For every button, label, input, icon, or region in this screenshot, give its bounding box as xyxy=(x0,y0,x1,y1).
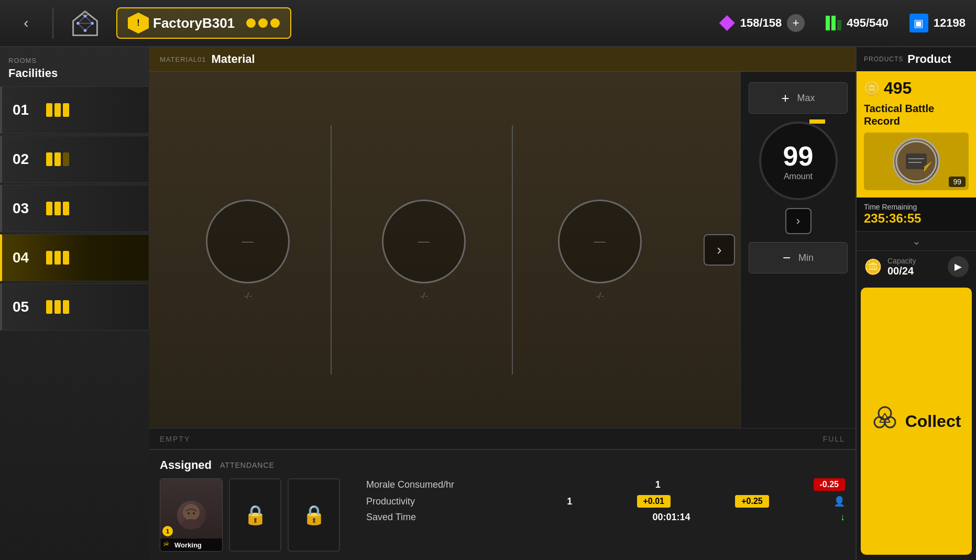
facility-item-05[interactable]: 05 xyxy=(0,283,149,331)
capacity-arrow-button[interactable]: ▶ xyxy=(948,256,969,277)
attendance-label: ATTENDANCE xyxy=(220,461,275,469)
facility-item-01[interactable]: 01 xyxy=(0,86,149,134)
back-button[interactable]: ‹ xyxy=(10,7,42,39)
svg-point-16 xyxy=(188,512,190,514)
amount-panel: + Max 99 Amount › − Min xyxy=(740,72,856,428)
bar xyxy=(63,152,69,166)
slots-nav-arrow[interactable]: › xyxy=(785,208,811,234)
slot-value-1: -/- xyxy=(244,291,251,301)
facility-number-02: 02 xyxy=(13,151,38,168)
morale-badge: -0.25 xyxy=(814,478,845,491)
factory-icon: ! xyxy=(128,13,149,34)
bar xyxy=(46,202,52,215)
header: ‹ ! FactoryB301 xyxy=(0,0,976,47)
amount-label: Amount xyxy=(784,172,813,181)
bar xyxy=(63,300,69,314)
lock-slot-2[interactable]: 🔒 xyxy=(229,478,281,552)
assigned-content: ✦ 1 ✂ Working 🔒 🔒 xyxy=(160,478,845,552)
collect-button[interactable]: Collect xyxy=(861,288,972,555)
amount-minus-button[interactable]: − Min xyxy=(749,242,848,273)
capacity-info: Capacity 00/24 xyxy=(887,257,942,277)
saved-time-stat-row: Saved Time 00:01:14 ↓ xyxy=(366,512,845,523)
bar xyxy=(46,251,52,265)
assigned-section: Assigned ATTENDANCE xyxy=(149,449,856,560)
facility-item-03[interactable]: 03 xyxy=(0,185,149,232)
battery-count: 495/540 xyxy=(847,16,889,30)
battery-resource: 495/540 xyxy=(826,16,889,30)
facility-item-02[interactable]: 02 xyxy=(0,136,149,183)
slot-value-3: -/- xyxy=(596,291,604,301)
products-label-small: PRODUCTS xyxy=(864,56,903,63)
facility-number-05: 05 xyxy=(13,299,38,315)
worker-status: ✂ Working xyxy=(160,539,222,551)
bar xyxy=(54,300,61,314)
facility-number-01: 01 xyxy=(13,102,38,118)
lock-icon-3: 🔒 xyxy=(302,504,326,526)
products-header: PRODUCTS Product xyxy=(857,47,976,71)
assigned-title: Assigned xyxy=(160,458,212,472)
energy-add-button[interactable]: + xyxy=(787,14,805,32)
bar xyxy=(54,251,61,265)
worker-level: 1 xyxy=(162,526,173,536)
currency-icon: ▣ xyxy=(909,14,928,32)
product-count: 495 xyxy=(884,79,912,98)
bar xyxy=(63,251,69,265)
product-image xyxy=(893,138,940,185)
lock-slot-3[interactable]: 🔒 xyxy=(288,478,340,552)
svg-point-11 xyxy=(76,21,80,25)
amount-plus-button[interactable]: + Max xyxy=(749,82,848,114)
currency-resource: ▣ 12198 xyxy=(909,14,966,32)
facility-bars-02 xyxy=(46,152,69,166)
scroll-down-arrow[interactable]: ⌄ xyxy=(857,232,976,250)
working-text: Working xyxy=(174,541,202,549)
svg-point-12 xyxy=(91,21,94,25)
home-button[interactable] xyxy=(64,5,106,41)
energy-icon xyxy=(719,15,735,31)
time-remaining-value: 235:36:55 xyxy=(864,211,969,226)
avatar-head xyxy=(177,501,206,530)
svg-rect-19 xyxy=(906,153,927,169)
svg-point-15 xyxy=(182,519,201,528)
bar xyxy=(46,103,52,117)
min-label: Min xyxy=(798,252,814,263)
slot-value-2: -/- xyxy=(420,291,427,301)
svg-line-7 xyxy=(78,23,85,30)
slots-right-arrow[interactable]: › xyxy=(704,234,735,266)
bar xyxy=(54,103,61,117)
currency-count: 12198 xyxy=(934,16,966,30)
factory-info: ! FactoryB301 xyxy=(116,7,291,39)
stack-icon: 🪙 xyxy=(864,81,880,96)
slot-1[interactable]: — -/- xyxy=(195,200,300,301)
product-name: Tactical Battle Record xyxy=(864,102,969,127)
products-sidebar: PRODUCTS Product 🪙 495 Tactical Battle R… xyxy=(856,47,976,560)
collect-label: Collect xyxy=(905,412,961,431)
full-label: FULL xyxy=(823,435,845,443)
productivity-icon: 👤 xyxy=(834,496,845,507)
worker-card-1[interactable]: ✦ 1 ✂ Working xyxy=(160,478,223,552)
bar xyxy=(54,202,61,215)
products-label-big: Product xyxy=(907,52,951,66)
svg-point-17 xyxy=(193,512,195,514)
slot-circle-2: — xyxy=(382,200,466,283)
dot-3 xyxy=(270,18,280,28)
time-remaining-label: Time Remaining xyxy=(864,203,969,211)
slot-3[interactable]: — -/- xyxy=(547,200,652,301)
capacity-value: 00/24 xyxy=(887,265,942,277)
amount-indicator xyxy=(809,119,825,124)
divider-left xyxy=(331,125,332,375)
battery-icon xyxy=(826,16,841,30)
dot-1 xyxy=(246,18,256,28)
slot-2[interactable]: — -/- xyxy=(371,200,476,301)
slot-circle-1: — xyxy=(206,200,290,283)
productivity-badge-2: +0.25 xyxy=(735,495,769,508)
slots-area: — -/- — -/- — -/- xyxy=(149,72,698,428)
factory-name: FactoryB301 xyxy=(153,15,235,31)
productivity-label: Productivity xyxy=(366,496,502,507)
bar xyxy=(46,152,52,166)
material-header: MATERIAL01 Material xyxy=(149,47,856,72)
factory-dots xyxy=(246,18,280,28)
facility-item-04[interactable]: 04 xyxy=(0,234,149,281)
product-count-row: 🪙 495 xyxy=(864,79,969,98)
facility-bars-01 xyxy=(46,103,69,117)
capacity-icon: 🪙 xyxy=(864,258,882,276)
